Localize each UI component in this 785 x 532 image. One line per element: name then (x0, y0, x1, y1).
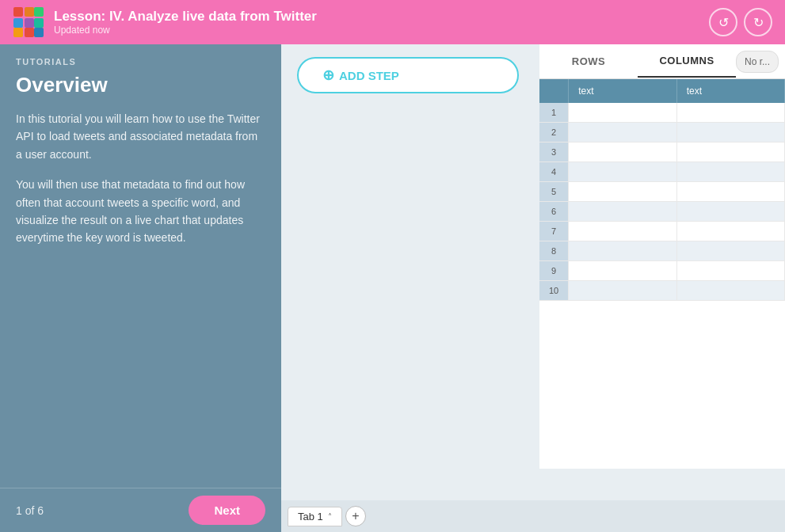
table-row: 1 (539, 103, 785, 123)
tab-columns[interactable]: COLUMNS (638, 45, 736, 78)
svg-rect-8 (34, 28, 44, 37)
workflow-area: ⊕ ADD STEP ROWS COLUMNS No r... (281, 44, 785, 500)
svg-rect-5 (34, 18, 44, 28)
row-number-cell: 3 (539, 142, 569, 162)
content-area: TUTORIALS Overview In this tutorial you … (0, 44, 785, 532)
data-cell[interactable] (676, 222, 784, 241)
table-row: 2 (539, 123, 785, 142)
svg-rect-6 (13, 28, 23, 37)
data-cell[interactable] (569, 162, 676, 182)
redo-button[interactable]: ↻ (744, 8, 772, 36)
header-icons: ↺ ↻ (709, 8, 772, 36)
plus-circle-icon: ⊕ (322, 66, 334, 84)
tab-rows[interactable]: ROWS (539, 46, 638, 77)
app-container: Lesson: IV. Analyze live data from Twitt… (0, 0, 785, 532)
data-cell[interactable] (676, 202, 784, 222)
data-cell[interactable] (676, 162, 784, 182)
data-cell[interactable] (569, 202, 676, 222)
data-cell[interactable] (676, 241, 784, 261)
data-cell[interactable] (569, 222, 676, 241)
header-title-group: Lesson: IV. Analyze live data from Twitt… (54, 9, 709, 36)
data-cell[interactable] (676, 281, 784, 301)
data-tabs: ROWS COLUMNS No r... (539, 44, 785, 79)
data-cell[interactable] (569, 103, 676, 123)
sidebar-body: In this tutorial you will learn how to u… (0, 110, 281, 488)
sidebar-paragraph-2: You will then use that metadata to find … (16, 176, 265, 247)
lesson-title: Lesson: IV. Analyze live data from Twitt… (54, 9, 709, 25)
data-cell[interactable] (676, 142, 784, 162)
data-cell[interactable] (676, 103, 784, 123)
data-grid: text text 12345678910 (539, 79, 785, 301)
sheet-tab-1[interactable]: Tab 1 ˄ (288, 507, 342, 526)
overview-title: Overview (0, 70, 281, 110)
svg-rect-1 (25, 7, 34, 17)
row-number-cell: 10 (539, 281, 569, 301)
table-row: 7 (539, 222, 785, 241)
svg-rect-4 (25, 18, 34, 28)
row-number-cell: 6 (539, 202, 569, 222)
sidebar-footer: 1 of 6 Next (0, 488, 281, 532)
data-cell[interactable] (676, 123, 784, 142)
data-cell[interactable] (676, 182, 784, 202)
data-cell[interactable] (569, 123, 676, 142)
row-number-cell: 1 (539, 103, 569, 123)
lesson-subtitle: Updated now (54, 25, 709, 36)
table-row: 6 (539, 202, 785, 222)
add-step-label: ADD STEP (339, 69, 399, 82)
table-row: 10 (539, 281, 785, 301)
data-cell[interactable] (569, 261, 676, 281)
bottom-tab-bar: Tab 1 ˄ + (281, 500, 785, 532)
table-row: 3 (539, 142, 785, 162)
add-step-button[interactable]: ⊕ ADD STEP (297, 57, 519, 93)
table-row: 8 (539, 241, 785, 261)
data-cell[interactable] (569, 241, 676, 261)
svg-rect-7 (25, 28, 34, 37)
table-row: 4 (539, 162, 785, 182)
data-cell[interactable] (569, 142, 676, 162)
add-tab-button[interactable]: + (345, 506, 366, 526)
svg-rect-3 (13, 18, 23, 28)
data-panel: ROWS COLUMNS No r... text text (539, 44, 785, 469)
data-cell[interactable] (569, 281, 676, 301)
no-rows-button[interactable]: No r... (736, 51, 779, 73)
svg-rect-2 (34, 7, 44, 17)
data-cell[interactable] (676, 261, 784, 281)
row-number-cell: 4 (539, 162, 569, 182)
chevron-up-icon: ˄ (328, 512, 332, 521)
app-logo (13, 6, 44, 38)
row-number-header (539, 79, 569, 103)
table-row: 9 (539, 261, 785, 281)
column-header-text-1: text (569, 79, 676, 103)
table-row: 5 (539, 182, 785, 202)
undo-button[interactable]: ↺ (709, 8, 737, 36)
tutorials-label: TUTORIALS (0, 44, 281, 70)
sidebar: TUTORIALS Overview In this tutorial you … (0, 44, 281, 532)
row-number-cell: 7 (539, 222, 569, 241)
row-number-cell: 8 (539, 241, 569, 261)
header: Lesson: IV. Analyze live data from Twitt… (0, 0, 785, 44)
row-number-cell: 5 (539, 182, 569, 202)
column-header-text-2: text (676, 79, 784, 103)
row-number-cell: 2 (539, 123, 569, 142)
right-panel: ⊕ ADD STEP ROWS COLUMNS No r... (281, 44, 785, 532)
sheet-tab-label: Tab 1 (298, 511, 323, 522)
data-cell[interactable] (569, 182, 676, 202)
pagination-label: 1 of 6 (16, 504, 44, 517)
row-number-cell: 9 (539, 261, 569, 281)
next-button[interactable]: Next (189, 496, 265, 525)
sidebar-paragraph-1: In this tutorial you will learn how to u… (16, 110, 265, 163)
grid-container: text text 12345678910 (539, 79, 785, 469)
svg-rect-0 (13, 7, 23, 17)
